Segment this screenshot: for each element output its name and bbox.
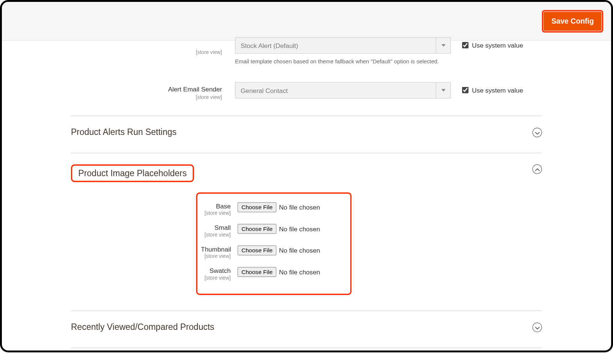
section-header-recently-viewed-compared[interactable]: Recently Viewed/Compared Products bbox=[71, 311, 542, 333]
field-scope: [store view] bbox=[71, 49, 222, 55]
chevron-down-icon bbox=[436, 82, 450, 98]
alert-email-sender-select[interactable]: General Contact bbox=[235, 82, 451, 99]
file-row-small: Small [store view] Choose File No file c… bbox=[201, 224, 342, 238]
file-scope: [store view] bbox=[201, 210, 230, 216]
select-value: Stock Alert (Default) bbox=[241, 42, 298, 49]
use-system-value-label: Use system value bbox=[472, 42, 523, 49]
choose-file-button-swatch[interactable]: Choose File bbox=[238, 267, 277, 277]
field-label: Alert Email Sender bbox=[168, 85, 222, 93]
no-file-chosen-text: No file chosen bbox=[279, 225, 320, 233]
section-title: Product Image Placeholders bbox=[78, 168, 187, 178]
use-system-value-label: Use system value bbox=[472, 87, 523, 94]
no-file-chosen-text: No file chosen bbox=[279, 268, 320, 276]
choose-file-button-thumbnail[interactable]: Choose File bbox=[238, 246, 277, 255]
file-scope: [store view] bbox=[201, 275, 230, 281]
no-file-chosen-text: No file chosen bbox=[279, 204, 320, 211]
file-scope: [store view] bbox=[201, 253, 230, 259]
field-row-stock-alert-template: Stock Alert Email Template [store view] … bbox=[71, 37, 542, 66]
collapse-toggle[interactable] bbox=[533, 322, 542, 332]
section-title: Recently Viewed/Compared Products bbox=[71, 322, 214, 332]
use-system-value-checkbox[interactable] bbox=[462, 87, 468, 93]
chevron-down-icon bbox=[535, 129, 540, 136]
stock-alert-template-select[interactable]: Stock Alert (Default) bbox=[235, 37, 451, 54]
highlight-section-title: Product Image Placeholders bbox=[71, 165, 194, 182]
section-title: Product Alerts Run Settings bbox=[71, 127, 176, 137]
top-bar: Save Config bbox=[2, 2, 611, 41]
chevron-down-icon bbox=[436, 37, 450, 53]
choose-file-button-base[interactable]: Choose File bbox=[238, 202, 277, 212]
file-row-swatch: Swatch [store view] Choose File No file … bbox=[201, 267, 342, 281]
use-system-value-checkbox[interactable] bbox=[462, 42, 468, 48]
file-label: Swatch bbox=[209, 267, 231, 274]
choose-file-button-small[interactable]: Choose File bbox=[238, 224, 277, 234]
file-row-base: Base [store view] Choose File No file ch… bbox=[201, 202, 342, 216]
collapse-toggle[interactable] bbox=[533, 165, 542, 174]
no-file-chosen-text: No file chosen bbox=[279, 247, 320, 254]
file-label: Base bbox=[216, 202, 230, 210]
chevron-up-icon bbox=[535, 165, 540, 173]
section-header-product-video[interactable]: Product Video bbox=[71, 348, 542, 352]
field-scope: [store view] bbox=[71, 94, 222, 100]
file-label: Small bbox=[214, 224, 230, 231]
highlight-save: Save Config bbox=[542, 10, 604, 32]
collapse-toggle[interactable] bbox=[533, 127, 542, 137]
select-value: General Contact bbox=[241, 87, 288, 94]
file-scope: [store view] bbox=[201, 232, 230, 238]
chevron-down-icon bbox=[535, 324, 540, 331]
section-header-product-alerts-run-settings[interactable]: Product Alerts Run Settings bbox=[71, 116, 542, 138]
file-row-thumbnail: Thumbnail [store view] Choose File No fi… bbox=[201, 246, 342, 259]
section-header-product-image-placeholders[interactable]: Product Image Placeholders bbox=[71, 153, 542, 182]
file-label: Thumbnail bbox=[201, 246, 231, 253]
field-help-text: Email template chosen based on theme fal… bbox=[235, 58, 442, 66]
highlight-placeholder-fields: Base [store view] Choose File No file ch… bbox=[196, 193, 352, 295]
field-row-alert-email-sender: Alert Email Sender [store view] General … bbox=[71, 82, 542, 100]
save-config-button[interactable]: Save Config bbox=[544, 12, 601, 31]
